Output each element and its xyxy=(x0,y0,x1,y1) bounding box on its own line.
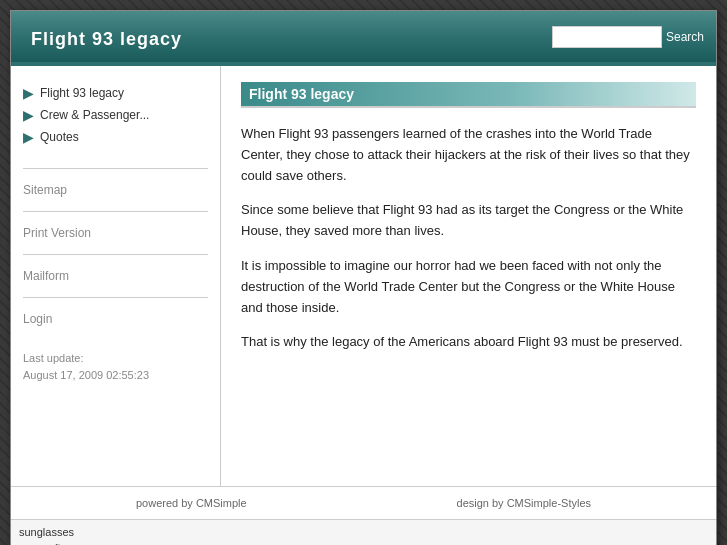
sidebar-divider xyxy=(23,211,208,212)
footer-powered-by: powered by CMSimple xyxy=(136,497,247,509)
sidebar-item-label: Crew & Passenger... xyxy=(40,108,149,122)
search-input[interactable] xyxy=(552,26,662,48)
sidebar-divider xyxy=(23,168,208,169)
content-title-bar: Flight 93 legacy xyxy=(241,82,696,108)
main-layout: ▶ Flight 93 legacy▶ Crew & Passenger...▶… xyxy=(11,66,716,486)
search-button[interactable]: Search xyxy=(666,30,704,44)
content-paragraph-2: Since some believe that Flight 93 had as… xyxy=(241,200,696,242)
bottom-bar: sunglasses àtoèiŒÃŋ¸¹ xyxy=(11,519,716,545)
sidebar-bullet: ▶ xyxy=(23,129,34,145)
site-title: Flight 93 legacy xyxy=(31,29,182,49)
sidebar-link-mailform[interactable]: Mailform xyxy=(23,265,208,287)
sidebar-nav: ▶ Flight 93 legacy▶ Crew & Passenger...▶… xyxy=(23,82,208,148)
sidebar-divider xyxy=(23,254,208,255)
sidebar-bullet: ▶ xyxy=(23,107,34,123)
sidebar-item-quotes[interactable]: ▶ Quotes xyxy=(23,126,208,148)
search-area: Search xyxy=(552,26,704,48)
last-update-label: Last update: xyxy=(23,352,84,364)
sidebar-item-label: Quotes xyxy=(40,130,79,144)
sidebar: ▶ Flight 93 legacy▶ Crew & Passenger...▶… xyxy=(11,66,221,486)
sidebar-item-crew[interactable]: ▶ Crew & Passenger... xyxy=(23,104,208,126)
content-paragraph-4: That is why the legacy of the Americans … xyxy=(241,332,696,353)
last-update: Last update: August 17, 2009 02:55:23 xyxy=(23,350,208,383)
bottom-bar-line2: àtoèiŒÃŋ¸¹ xyxy=(19,542,708,545)
site-header: Flight 93 legacy Search xyxy=(11,11,716,62)
footer-design-by: design by CMSimple-Styles xyxy=(457,497,592,509)
sidebar-item-flight93[interactable]: ▶ Flight 93 legacy xyxy=(23,82,208,104)
last-update-value: August 17, 2009 02:55:23 xyxy=(23,369,149,381)
content-paragraph-1: When Flight 93 passengers learned of the… xyxy=(241,124,696,186)
bottom-bar-line1: sunglasses xyxy=(19,524,708,542)
sidebar-item-label: Flight 93 legacy xyxy=(40,86,124,100)
content-paragraph-3: It is impossible to imagine our horror h… xyxy=(241,256,696,318)
sidebar-bullet: ▶ xyxy=(23,85,34,101)
content-title: Flight 93 legacy xyxy=(249,86,354,102)
content-area: Flight 93 legacy When Flight 93 passenge… xyxy=(221,66,716,486)
sidebar-link-print[interactable]: Print Version xyxy=(23,222,208,244)
sidebar-link-sitemap[interactable]: Sitemap xyxy=(23,179,208,201)
sidebar-divider xyxy=(23,297,208,298)
sidebar-link-login[interactable]: Login xyxy=(23,308,208,330)
site-footer: powered by CMSimple design by CMSimple-S… xyxy=(11,486,716,519)
